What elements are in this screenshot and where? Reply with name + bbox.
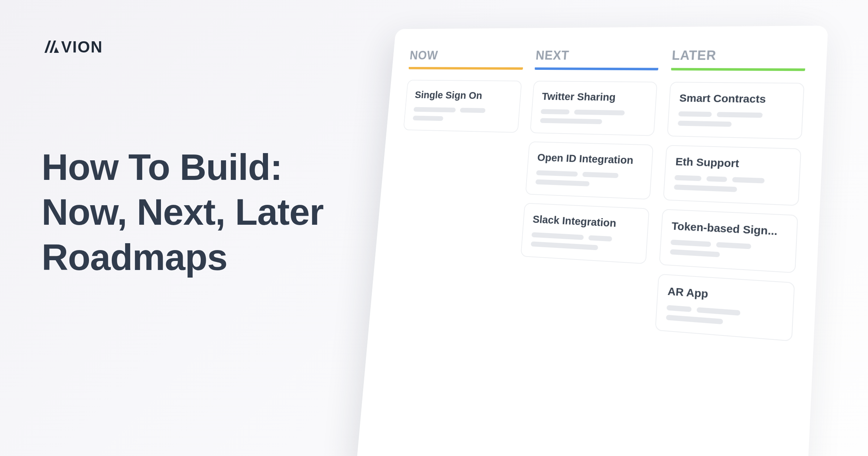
column-next-header: NEXT [535,48,659,71]
card-title: AR App [667,285,783,305]
card-now-0[interactable]: Single Sign On [403,80,522,133]
title-line-3: Roadmaps [42,237,227,278]
card-later-1[interactable]: Eth Support [663,145,801,206]
skeleton-row [671,240,786,251]
card-next-1[interactable]: Open ID Integration [525,142,654,200]
card-title: Single Sign On [414,89,512,102]
column-later: LATER Smart Contracts Eth Support [646,48,806,456]
logo-mark-icon [42,38,62,56]
skeleton-row [531,241,637,253]
skeleton-row [678,111,792,118]
skeleton-row [531,232,637,243]
column-next: NEXT Twitter Sharing Open ID Integration [505,48,660,456]
roadmap-board: NOW Single Sign On NEXT Twitter Sharing [356,26,828,456]
card-next-0[interactable]: Twitter Sharing [530,81,658,136]
brand-name: VION [61,38,103,56]
card-title: Token-based Sign... [671,220,787,238]
title-line-1: How To Build: [42,147,282,188]
skeleton-row [674,185,788,194]
brand-logo: VION [42,38,103,56]
page-title: How To Build: Now, Next, Later Roadmaps [42,145,323,280]
skeleton-row [541,109,646,115]
card-later-0[interactable]: Smart Contracts [667,82,804,139]
skeleton-row [535,180,641,189]
title-line-2: Now, Next, Later [42,191,323,233]
card-title: Eth Support [675,155,790,171]
roadmap-board-wrap: NOW Single Sign On NEXT Twitter Sharing [354,22,846,456]
card-next-2[interactable]: Slack Integration [520,203,650,264]
card-title: Open ID Integration [537,151,643,166]
skeleton-row [413,116,510,122]
card-later-2[interactable]: Token-based Sign... [659,209,798,273]
skeleton-row [536,170,642,179]
skeleton-row [678,121,792,128]
card-title: Slack Integration [532,213,639,231]
skeleton-row [670,249,785,261]
card-title: Twitter Sharing [541,90,647,104]
column-later-header: LATER [671,48,806,71]
column-now-header: NOW [409,48,524,70]
column-now: NOW Single Sign On [375,48,524,456]
skeleton-row [540,118,645,125]
card-title: Smart Contracts [679,92,793,106]
skeleton-row [413,107,510,114]
skeleton-row [675,175,789,184]
card-later-3[interactable]: AR App [655,274,795,341]
